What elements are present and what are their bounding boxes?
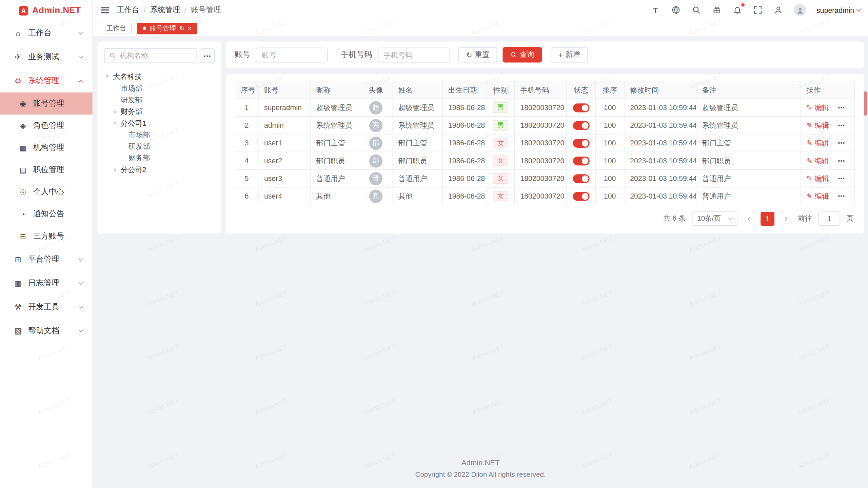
col-index: 序号 (235, 81, 258, 99)
edit-button[interactable]: ✎ 编辑 (806, 138, 829, 148)
tree-node[interactable]: ▸ 财务部 (104, 152, 215, 164)
edit-button[interactable]: ✎ 编辑 (806, 156, 829, 166)
sidebar-item-system-manage[interactable]: ⚙ 系统管理 (0, 68, 93, 92)
tree-node[interactable]: ▸ 分公司1 (104, 117, 215, 129)
edit-button[interactable]: ✎ 编辑 (806, 120, 829, 130)
breadcrumb-item[interactable]: 系统管理 (150, 5, 180, 15)
row-more-button[interactable]: ⋯ (838, 174, 846, 182)
edit-button[interactable]: ✎ 编辑 (806, 174, 829, 183)
table-body: 1 superadmin 超级管理员 超 超级管理员 1986-06-28 (235, 99, 854, 205)
submenu-icon: ◔ (18, 210, 28, 218)
add-button[interactable]: + 新增 (551, 47, 588, 63)
font-size-icon[interactable]: T (650, 5, 660, 15)
cell-avatar: 系 (359, 117, 392, 134)
org-tree: ▸ 大名科技 ▸ 市场部 ▸ 研发部 (104, 71, 215, 176)
avatar[interactable] (794, 4, 806, 16)
phone-input[interactable] (377, 47, 449, 62)
row-more-button[interactable]: ⋯ (838, 192, 846, 200)
submenu-item[interactable]: ⊟ 三方账号 (0, 225, 93, 247)
col-remark: 备注 (696, 81, 801, 99)
cell-index: 1 (235, 99, 258, 116)
tree-node[interactable]: ▸ 研发部 (104, 94, 215, 106)
col-birth: 出生日期 (442, 81, 487, 99)
cell-sort: 100 (595, 99, 624, 116)
prev-page-button[interactable]: ‹ (744, 214, 755, 223)
sidebar-item-workbench[interactable]: ⌂ 工作台 (0, 21, 93, 45)
tree-node-label: 市场部 (121, 83, 142, 93)
col-name: 姓名 (392, 81, 442, 99)
reset-button[interactable]: ↻ 重置 (458, 47, 497, 63)
account-input[interactable] (256, 47, 328, 62)
sidebar-item-label: 系统管理 (28, 76, 59, 85)
sidebar-item-business-test[interactable]: ✈ 业务测试 (0, 45, 93, 68)
refresh-icon[interactable]: ↻ (179, 25, 184, 31)
scrollbar-thumb[interactable] (864, 91, 867, 116)
search-icon[interactable] (691, 5, 701, 15)
edit-button[interactable]: ✎ 编辑 (806, 191, 829, 201)
theme-skin-icon[interactable] (712, 5, 722, 15)
tree-node[interactable]: ▸ 研发部 (104, 141, 215, 152)
row-more-button[interactable]: ⋯ (838, 157, 846, 165)
status-toggle[interactable] (573, 139, 589, 147)
table-row: 2 admin 系统管理员 系 系统管理员 1986-06-28 (235, 117, 854, 134)
status-toggle[interactable] (573, 121, 589, 130)
row-more-button[interactable]: ⋯ (838, 139, 846, 147)
sidebar-item-platform-manage[interactable]: ⊞ 平台管理 (0, 247, 93, 271)
page-size-select[interactable]: 10条/页 (692, 211, 737, 226)
page-number-current[interactable]: 1 (761, 211, 774, 225)
status-toggle[interactable] (573, 174, 589, 183)
submenu-item[interactable]: ◔ 通知公告 (0, 203, 93, 225)
col-modified: 修改时间 (624, 81, 696, 99)
app-logo[interactable]: A Admin.NET (0, 0, 93, 21)
tab-account-manage[interactable]: 账号管理 ↻ × (137, 22, 197, 34)
next-page-button[interactable]: › (781, 214, 792, 223)
sidebar-item-help-docs[interactable]: ▧ 帮助文档 (0, 319, 93, 342)
tab-workbench[interactable]: 工作台 (101, 22, 132, 34)
edit-button[interactable]: ✎ 编辑 (806, 103, 829, 113)
tree-node[interactable]: ▸ 市场部 (104, 82, 215, 94)
cell-avatar: 其 (359, 187, 392, 205)
cell-phone: 18020030720 (514, 99, 567, 116)
cell-modified: 2023-01-03 10:59:44 (624, 99, 696, 116)
status-toggle[interactable] (573, 103, 589, 112)
tree-node[interactable]: ▸ 财务部 (104, 106, 215, 117)
sidebar-item-dev-tools[interactable]: ⚒ 开发工具 (0, 295, 93, 319)
tree-node[interactable]: ▸ 市场部 (104, 129, 215, 140)
tree-node-label: 研发部 (129, 141, 150, 151)
active-dot-icon (143, 26, 146, 30)
bell-icon[interactable] (732, 5, 742, 15)
org-search-input[interactable] (120, 52, 192, 60)
tree-node-label: 市场部 (129, 130, 150, 140)
user-menu[interactable]: superadmin (816, 6, 860, 14)
goto-page-input[interactable] (818, 211, 840, 226)
org-search-row: ⋯ (104, 48, 215, 63)
submenu-item[interactable]: ◈ 角色管理 (0, 115, 93, 137)
breadcrumb-item[interactable]: 工作台 (117, 5, 139, 15)
edit-icon: ✎ (806, 121, 812, 129)
submenu-item[interactable]: ▤ 职位管理 (0, 159, 93, 181)
sidebar-item-log-manage[interactable]: ▥ 日志管理 (0, 271, 93, 295)
close-icon[interactable]: × (188, 25, 192, 31)
globe-icon[interactable] (671, 5, 681, 15)
sidebar-item-label: 开发工具 (28, 302, 59, 312)
row-more-button[interactable]: ⋯ (838, 121, 846, 129)
chevron-down-icon (78, 30, 83, 35)
submenu-item[interactable]: ▦ 机构管理 (0, 137, 93, 159)
tree-node[interactable]: ▸ 大名科技 (104, 71, 215, 82)
fullscreen-icon[interactable] (753, 5, 763, 15)
cell-account: user2 (258, 152, 311, 169)
status-toggle[interactable] (573, 192, 589, 201)
cell-modified: 2023-01-03 10:59:44 (624, 117, 696, 134)
submenu-item[interactable]: ☉ 个人中心 (0, 181, 93, 203)
cell-index: 5 (235, 169, 258, 187)
status-toggle[interactable] (573, 157, 589, 165)
table-header: 序号 账号 昵称 头像 姓名 出生日期 性别 手机号码 状态 排序 (235, 81, 854, 99)
submenu-item[interactable]: ◉ 账号管理 (0, 93, 93, 115)
cell-ops: ✎ 编辑 ⋯ (801, 169, 854, 187)
search-button[interactable]: 查询 (502, 47, 542, 63)
user-icon[interactable] (773, 5, 783, 15)
row-more-button[interactable]: ⋯ (838, 103, 846, 111)
hamburger-icon[interactable] (101, 7, 109, 13)
tree-node[interactable]: ▸ 分公司2 (104, 164, 215, 175)
org-more-button[interactable]: ⋯ (200, 48, 215, 63)
